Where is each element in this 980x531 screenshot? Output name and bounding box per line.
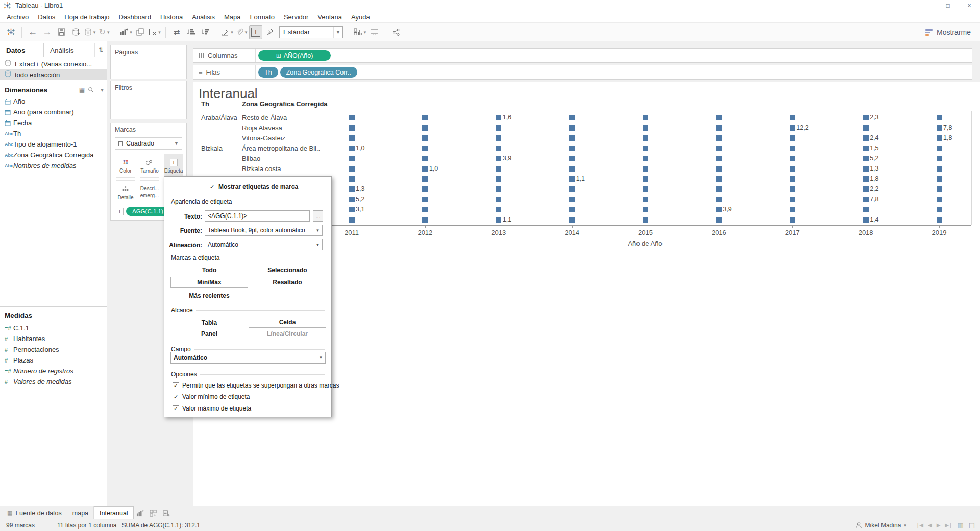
- mark-square[interactable]: [569, 156, 575, 161]
- mark-square[interactable]: [422, 156, 428, 161]
- mark-square[interactable]: [349, 166, 355, 172]
- mark-type-dropdown[interactable]: Cuadrado ▼: [115, 137, 182, 150]
- x-axis-title[interactable]: Año de Año: [320, 239, 971, 247]
- mark-square[interactable]: [863, 146, 869, 151]
- measure-item[interactable]: #Valores de medidas: [0, 376, 107, 387]
- label-button[interactable]: T Etiqueta: [164, 154, 183, 178]
- axis-year-label[interactable]: 2011: [334, 229, 370, 236]
- presentation-mode-button[interactable]: [368, 25, 381, 39]
- mark-square[interactable]: [790, 166, 795, 172]
- mark-square[interactable]: [422, 146, 428, 151]
- mark-square[interactable]: [716, 207, 722, 212]
- dimension-item[interactable]: Año: [0, 96, 107, 107]
- mark-square[interactable]: [863, 156, 869, 161]
- mark-square[interactable]: [569, 186, 575, 192]
- mark-square[interactable]: [716, 146, 722, 151]
- mark-square[interactable]: [422, 166, 428, 172]
- sheet-tab-fuente-de-datos[interactable]: ▦Fuente de datos: [2, 506, 67, 519]
- row-header-zone[interactable]: Bilbao: [242, 155, 260, 162]
- mark-square[interactable]: [863, 197, 869, 202]
- refresh-button[interactable]: ↻▾: [97, 25, 111, 39]
- mark-square[interactable]: [496, 197, 501, 202]
- mark-square[interactable]: [349, 146, 355, 151]
- view-data-grid-icon[interactable]: ▦: [79, 86, 85, 93]
- checkbox-checked-icon[interactable]: ✓: [173, 405, 179, 412]
- axis-year-label[interactable]: 2017: [774, 229, 810, 236]
- row-header-zone[interactable]: Rioja Alavesa: [242, 124, 282, 132]
- rows-pill[interactable]: Th: [258, 67, 278, 78]
- mark-square[interactable]: [790, 156, 795, 161]
- mark-square[interactable]: [349, 176, 355, 182]
- mark-square[interactable]: [863, 217, 869, 223]
- mark-square[interactable]: [496, 176, 501, 182]
- mark-square[interactable]: [937, 125, 942, 131]
- mark-square[interactable]: [569, 217, 575, 223]
- color-button[interactable]: Color: [116, 154, 135, 178]
- mark-square[interactable]: [643, 146, 648, 151]
- mark-square[interactable]: [496, 146, 501, 151]
- menu-item-dashboard[interactable]: Dashboard: [114, 11, 156, 23]
- mark-square[interactable]: [863, 135, 869, 141]
- mark-square[interactable]: [643, 125, 648, 131]
- show-sheet-sorter-button[interactable]: ▤: [969, 521, 975, 529]
- show-mark-labels-checkbox-row[interactable]: ✓ Mostrar etiquetas de marca: [209, 183, 298, 190]
- menu-item-an-lisis[interactable]: Análisis: [187, 11, 219, 23]
- next-tab-button[interactable]: ▶: [937, 522, 940, 528]
- mark-square[interactable]: [422, 186, 428, 192]
- mark-square[interactable]: [716, 125, 722, 131]
- mark-square[interactable]: [349, 197, 355, 202]
- mark-square[interactable]: [937, 156, 942, 161]
- detail-button[interactable]: Detalle: [116, 180, 135, 204]
- new-story-tab-button[interactable]: [160, 506, 174, 519]
- mark-square[interactable]: [790, 186, 795, 192]
- menu-item-ventana[interactable]: Ventana: [313, 11, 347, 23]
- mark-square[interactable]: [496, 156, 501, 161]
- sheet-tab-mapa[interactable]: mapa: [67, 506, 94, 519]
- mark-square[interactable]: [496, 217, 501, 223]
- mark-square[interactable]: [349, 207, 355, 212]
- new-dashboard-tab-button[interactable]: [147, 506, 160, 519]
- mark-square[interactable]: [349, 115, 355, 120]
- duplicate-sheet-button[interactable]: [134, 25, 147, 39]
- menu-item-historia[interactable]: Historia: [156, 11, 187, 23]
- mark-square[interactable]: [790, 197, 795, 202]
- mark-square[interactable]: [643, 135, 648, 141]
- mark-square[interactable]: [863, 207, 869, 212]
- mark-square[interactable]: [569, 125, 575, 131]
- mark-square[interactable]: [643, 197, 648, 202]
- mark-square[interactable]: [643, 207, 648, 212]
- mark-square[interactable]: [790, 207, 795, 212]
- mark-square[interactable]: [716, 115, 722, 120]
- axis-year-label[interactable]: 2013: [481, 229, 517, 236]
- option-panel[interactable]: Panel: [170, 330, 248, 337]
- row-header-zone[interactable]: Resto de Álava: [242, 114, 287, 122]
- max-label-checkbox-row[interactable]: ✓ Valor máximo de etiqueta: [173, 405, 251, 412]
- row-header-group[interactable]: Bizkaia: [201, 144, 223, 152]
- mark-square[interactable]: [790, 217, 795, 223]
- mark-square[interactable]: [937, 115, 942, 120]
- mark-square[interactable]: [349, 135, 355, 141]
- menu-item-archivo[interactable]: Archivo: [2, 11, 33, 23]
- show-me-button[interactable]: Mostrarme: [921, 25, 975, 39]
- mark-square[interactable]: [937, 166, 942, 172]
- filters-card[interactable]: Filtros: [110, 81, 187, 119]
- tab-datos[interactable]: Datos: [0, 43, 44, 57]
- mark-square[interactable]: [643, 156, 648, 161]
- font-dropdown[interactable]: Tableau Book, 9pt, color automático ▼: [205, 225, 323, 236]
- mark-square[interactable]: [422, 115, 428, 120]
- mark-square[interactable]: [863, 186, 869, 192]
- group-members-button[interactable]: ▾: [235, 25, 248, 39]
- dimension-item[interactable]: AbcTh: [0, 128, 107, 139]
- mark-square[interactable]: [422, 176, 428, 182]
- dimension-item[interactable]: AbcZona Geográfica Corregida: [0, 150, 107, 160]
- option-todo[interactable]: Todo: [170, 267, 248, 274]
- minimize-button[interactable]: –: [916, 0, 937, 11]
- option-resaltado[interactable]: Resaltado: [249, 279, 326, 286]
- sort-ascending-button[interactable]: [184, 25, 198, 39]
- mark-square[interactable]: [863, 115, 869, 120]
- dimension-item[interactable]: Fecha: [0, 117, 107, 128]
- menu-item-hoja-de-trabajo[interactable]: Hoja de trabajo: [60, 11, 114, 23]
- mark-square[interactable]: [569, 197, 575, 202]
- mark-square[interactable]: [937, 207, 942, 212]
- min-label-checkbox-row[interactable]: ✓ Valor mínimo de etiqueta: [173, 393, 250, 400]
